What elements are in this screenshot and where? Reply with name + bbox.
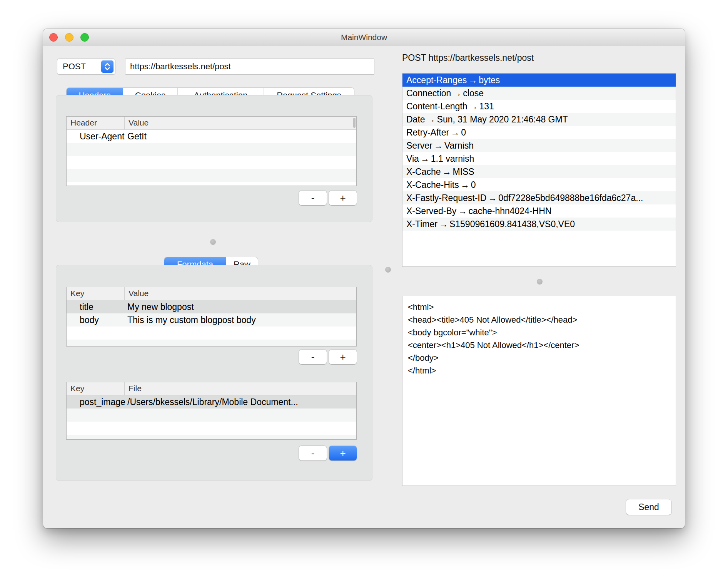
table-scrollbar[interactable] (353, 118, 356, 128)
table-row[interactable]: User-Agent GetIt (67, 130, 356, 143)
arrow-icon: → (456, 206, 468, 216)
arrow-icon: → (451, 88, 463, 98)
arrow-icon: → (432, 141, 444, 151)
splitter-handle[interactable] (385, 267, 391, 273)
table-row-empty[interactable] (67, 326, 356, 340)
formdata-table-header[interactable]: Key Value (67, 287, 356, 300)
window-title: MainWindow (43, 29, 685, 46)
table-row[interactable]: body This is my custom blogpost body (67, 313, 356, 326)
method-value: POST (63, 59, 86, 74)
response-title: POST https://bartkessels.net/post (402, 53, 534, 63)
response-header-row[interactable]: X-Cache→MISS (402, 165, 676, 178)
splitter-handle[interactable] (537, 279, 543, 285)
files-table-header[interactable]: Key File (67, 382, 356, 395)
column-key: Key (67, 382, 124, 395)
response-header-row[interactable]: Server→Varnish (402, 139, 676, 152)
response-headers-list: Accept-Ranges→bytes Connection→close Con… (402, 73, 676, 267)
column-key: Key (67, 287, 124, 300)
splitter-handle[interactable] (210, 239, 216, 245)
table-row-empty[interactable] (67, 143, 356, 156)
files-table: Key File post_image /Users/bkessels/Libr… (66, 382, 357, 440)
table-row-empty[interactable] (67, 435, 356, 440)
arrow-icon: → (467, 75, 479, 85)
arrow-icon: → (419, 154, 431, 164)
arrow-icon: → (425, 114, 437, 124)
files-buttons: - + (299, 446, 357, 460)
headers-buttons: - + (299, 191, 357, 205)
response-header-row[interactable]: Connection→close (402, 87, 676, 100)
response-body-line: </html> (408, 364, 670, 377)
url-input[interactable] (125, 59, 374, 75)
response-header-row[interactable]: X-Served-By→cache-hhn4024-HHN (402, 204, 676, 218)
table-row-empty[interactable] (67, 169, 356, 182)
arrow-icon: → (459, 180, 471, 190)
request-headers-table-header[interactable]: Header Value (67, 117, 356, 130)
table-row-empty[interactable] (67, 409, 356, 422)
remove-file-button[interactable]: - (299, 446, 327, 460)
response-body-line: <center><h1>405 Not Allowed</h1></center… (408, 339, 670, 352)
table-row-empty[interactable] (67, 422, 356, 435)
response-header-row[interactable]: Via→1.1 varnish (402, 152, 676, 165)
response-header-row[interactable]: X-Cache-Hits→0 (402, 178, 676, 191)
request-headers-table: Header Value User-Agent GetIt (66, 116, 357, 186)
arrow-icon: → (486, 193, 498, 203)
formdata-table: Key Value title My new blogpost body Thi… (66, 287, 357, 347)
column-file: File (124, 382, 356, 395)
response-body[interactable]: <html> <head><title>405 Not Allowed</tit… (402, 296, 676, 486)
table-row[interactable]: title My new blogpost (67, 300, 356, 313)
add-header-button[interactable]: + (329, 191, 357, 205)
column-header: Header (67, 117, 124, 129)
method-select[interactable]: POST (57, 59, 115, 75)
add-formdata-button[interactable]: + (329, 350, 357, 364)
table-row-empty[interactable] (67, 182, 356, 186)
send-button[interactable]: Send (626, 499, 671, 515)
chevron-up-down-icon (101, 60, 114, 73)
response-header-row[interactable]: Content-Length→131 (402, 100, 676, 113)
column-value: Value (124, 117, 356, 129)
response-header-row[interactable]: Date→Sun, 31 May 2020 21:46:48 GMT (402, 113, 676, 126)
remove-formdata-button[interactable]: - (299, 350, 327, 364)
response-header-row[interactable]: X-Timer→S1590961609.841438,VS0,VE0 (402, 218, 676, 231)
response-body-line: <html> (408, 301, 670, 313)
table-row-empty[interactable] (67, 156, 356, 169)
arrow-icon: → (449, 127, 461, 137)
add-file-button[interactable]: + (329, 446, 357, 460)
response-header-row[interactable]: Retry-After→0 (402, 126, 676, 139)
response-body-line: <body bgcolor="white"> (408, 326, 670, 339)
remove-header-button[interactable]: - (299, 191, 327, 205)
response-body-line: </body> (408, 352, 670, 364)
response-header-row[interactable]: Accept-Ranges→bytes (402, 74, 676, 87)
formdata-buttons: - + (299, 350, 357, 364)
table-row-empty[interactable] (67, 340, 356, 347)
arrow-icon: → (468, 101, 479, 111)
table-row[interactable]: post_image /Users/bkessels/Library/Mobil… (67, 395, 356, 409)
arrow-icon: → (441, 167, 452, 177)
title-bar[interactable]: MainWindow (43, 29, 685, 46)
response-body-line: <head><title>405 Not Allowed</title></he… (408, 313, 670, 326)
response-header-row[interactable]: X-Fastly-Request-ID→0df7228e5bd649888be1… (402, 191, 676, 204)
column-value: Value (124, 287, 356, 300)
arrow-icon: → (437, 219, 449, 229)
main-window: MainWindow POST Headers Cookies Authenti… (43, 29, 685, 528)
